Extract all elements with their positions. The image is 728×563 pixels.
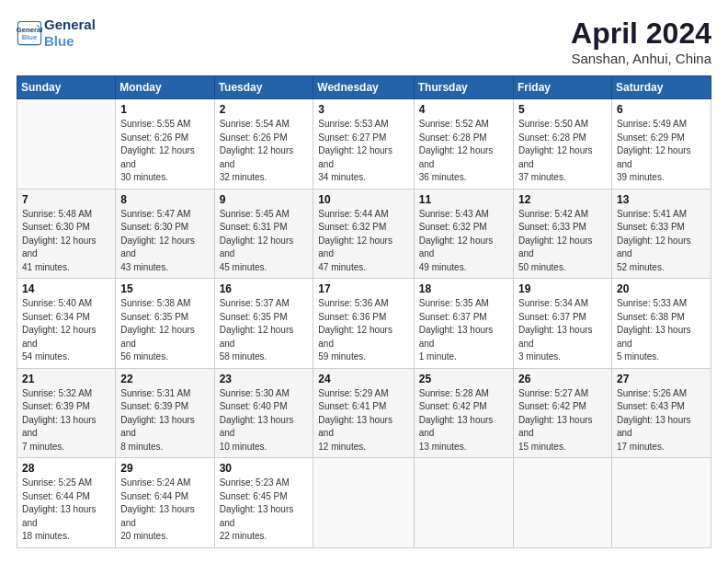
page-header: General Blue General Blue April 2024 San… <box>17 17 711 66</box>
calendar-cell: 13Sunrise: 5:41 AMSunset: 6:33 PMDayligh… <box>611 189 711 279</box>
day-info: Sunrise: 5:44 AMSunset: 6:32 PMDaylight:… <box>318 208 408 275</box>
calendar-cell: 6Sunrise: 5:49 AMSunset: 6:29 PMDaylight… <box>611 99 711 190</box>
day-number: 2 <box>220 103 309 116</box>
weekday-header-friday: Friday <box>513 76 611 99</box>
calendar-cell: 20Sunrise: 5:33 AMSunset: 6:38 PMDayligh… <box>611 279 711 369</box>
day-number: 21 <box>22 373 110 385</box>
calendar-cell: 8Sunrise: 5:47 AMSunset: 6:30 PMDaylight… <box>116 189 214 279</box>
day-number: 28 <box>22 462 110 475</box>
calendar-cell: 1Sunrise: 5:55 AMSunset: 6:26 PMDaylight… <box>116 99 214 190</box>
day-number: 20 <box>617 282 706 295</box>
day-info: Sunrise: 5:49 AMSunset: 6:29 PMDaylight:… <box>617 118 706 185</box>
day-number: 23 <box>220 373 309 385</box>
weekday-header-monday: Monday <box>116 76 214 99</box>
day-info: Sunrise: 5:54 AMSunset: 6:26 PMDaylight:… <box>220 118 309 185</box>
day-number: 11 <box>419 193 508 206</box>
title-section: April 2024 Sanshan, Anhui, China <box>571 17 711 66</box>
day-info: Sunrise: 5:52 AMSunset: 6:28 PMDaylight:… <box>419 118 508 185</box>
calendar-cell: 29Sunrise: 5:24 AMSunset: 6:44 PMDayligh… <box>116 458 214 548</box>
weekday-header-wednesday: Wednesday <box>313 76 414 99</box>
calendar-week-row: 1Sunrise: 5:55 AMSunset: 6:26 PMDaylight… <box>17 99 711 190</box>
calendar-cell: 30Sunrise: 5:23 AMSunset: 6:45 PMDayligh… <box>214 458 313 548</box>
day-number: 25 <box>419 373 508 385</box>
day-number: 27 <box>617 373 706 385</box>
location-subtitle: Sanshan, Anhui, China <box>571 51 711 66</box>
svg-text:Blue: Blue <box>22 33 38 41</box>
day-number: 3 <box>318 103 408 116</box>
day-number: 22 <box>120 373 209 385</box>
calendar-cell: 23Sunrise: 5:30 AMSunset: 6:40 PMDayligh… <box>214 368 313 458</box>
weekday-header-saturday: Saturday <box>611 76 711 99</box>
calendar-cell: 21Sunrise: 5:32 AMSunset: 6:39 PMDayligh… <box>17 368 116 458</box>
calendar-cell: 17Sunrise: 5:36 AMSunset: 6:36 PMDayligh… <box>313 279 414 369</box>
day-number: 15 <box>120 282 209 295</box>
day-info: Sunrise: 5:24 AMSunset: 6:44 PMDaylight:… <box>120 477 209 544</box>
day-info: Sunrise: 5:42 AMSunset: 6:33 PMDaylight:… <box>518 208 607 275</box>
day-number: 7 <box>22 193 110 206</box>
day-number: 12 <box>518 193 607 206</box>
day-number: 14 <box>22 282 110 295</box>
calendar-cell: 7Sunrise: 5:48 AMSunset: 6:30 PMDaylight… <box>17 189 116 279</box>
day-info: Sunrise: 5:33 AMSunset: 6:38 PMDaylight:… <box>617 297 706 364</box>
day-number: 9 <box>220 193 309 206</box>
day-number: 10 <box>318 193 408 206</box>
calendar-cell: 16Sunrise: 5:37 AMSunset: 6:35 PMDayligh… <box>214 279 313 369</box>
calendar-cell <box>17 99 116 190</box>
day-info: Sunrise: 5:31 AMSunset: 6:39 PMDaylight:… <box>120 387 209 454</box>
calendar-cell: 25Sunrise: 5:28 AMSunset: 6:42 PMDayligh… <box>414 368 513 458</box>
day-info: Sunrise: 5:28 AMSunset: 6:42 PMDaylight:… <box>419 387 508 454</box>
day-info: Sunrise: 5:35 AMSunset: 6:37 PMDaylight:… <box>419 297 508 364</box>
weekday-header-sunday: Sunday <box>17 76 116 99</box>
day-number: 8 <box>120 193 209 206</box>
calendar-cell: 12Sunrise: 5:42 AMSunset: 6:33 PMDayligh… <box>513 189 611 279</box>
day-number: 29 <box>120 462 209 475</box>
calendar-cell: 22Sunrise: 5:31 AMSunset: 6:39 PMDayligh… <box>116 368 214 458</box>
day-number: 26 <box>518 373 607 385</box>
calendar-cell: 18Sunrise: 5:35 AMSunset: 6:37 PMDayligh… <box>414 279 513 369</box>
month-title: April 2024 <box>571 17 711 51</box>
logo: General Blue General Blue <box>17 17 96 50</box>
day-info: Sunrise: 5:26 AMSunset: 6:43 PMDaylight:… <box>617 387 706 454</box>
day-number: 18 <box>419 282 508 295</box>
day-info: Sunrise: 5:45 AMSunset: 6:31 PMDaylight:… <box>220 208 309 275</box>
weekday-header-row: SundayMondayTuesdayWednesdayThursdayFrid… <box>17 76 711 99</box>
day-info: Sunrise: 5:25 AMSunset: 6:44 PMDaylight:… <box>22 477 110 544</box>
logo-text-line1: General <box>44 17 96 33</box>
calendar-week-row: 7Sunrise: 5:48 AMSunset: 6:30 PMDaylight… <box>17 189 711 279</box>
calendar-cell: 9Sunrise: 5:45 AMSunset: 6:31 PMDaylight… <box>214 189 313 279</box>
calendar-cell <box>513 458 611 548</box>
day-info: Sunrise: 5:43 AMSunset: 6:32 PMDaylight:… <box>419 208 508 275</box>
calendar-week-row: 21Sunrise: 5:32 AMSunset: 6:39 PMDayligh… <box>17 368 711 458</box>
calendar-page: General Blue General Blue April 2024 San… <box>0 0 728 563</box>
weekday-header-tuesday: Tuesday <box>214 76 313 99</box>
day-info: Sunrise: 5:37 AMSunset: 6:35 PMDaylight:… <box>220 297 309 364</box>
day-info: Sunrise: 5:53 AMSunset: 6:27 PMDaylight:… <box>318 118 408 185</box>
day-info: Sunrise: 5:36 AMSunset: 6:36 PMDaylight:… <box>318 297 408 364</box>
day-number: 6 <box>617 103 706 116</box>
calendar-cell: 26Sunrise: 5:27 AMSunset: 6:42 PMDayligh… <box>513 368 611 458</box>
day-info: Sunrise: 5:55 AMSunset: 6:26 PMDaylight:… <box>120 118 209 185</box>
day-info: Sunrise: 5:41 AMSunset: 6:33 PMDaylight:… <box>617 208 706 275</box>
calendar-cell: 2Sunrise: 5:54 AMSunset: 6:26 PMDaylight… <box>214 99 313 190</box>
day-info: Sunrise: 5:38 AMSunset: 6:35 PMDaylight:… <box>120 297 209 364</box>
calendar-week-row: 28Sunrise: 5:25 AMSunset: 6:44 PMDayligh… <box>17 458 711 548</box>
day-info: Sunrise: 5:27 AMSunset: 6:42 PMDaylight:… <box>518 387 607 454</box>
day-number: 13 <box>617 193 706 206</box>
calendar-cell: 14Sunrise: 5:40 AMSunset: 6:34 PMDayligh… <box>17 279 116 369</box>
day-number: 1 <box>120 103 209 116</box>
calendar-cell <box>313 458 414 548</box>
calendar-week-row: 14Sunrise: 5:40 AMSunset: 6:34 PMDayligh… <box>17 279 711 369</box>
day-info: Sunrise: 5:32 AMSunset: 6:39 PMDaylight:… <box>22 387 110 454</box>
day-info: Sunrise: 5:23 AMSunset: 6:45 PMDaylight:… <box>220 477 309 544</box>
weekday-header-thursday: Thursday <box>414 76 513 99</box>
day-info: Sunrise: 5:29 AMSunset: 6:41 PMDaylight:… <box>318 387 408 454</box>
day-info: Sunrise: 5:40 AMSunset: 6:34 PMDaylight:… <box>22 297 110 364</box>
calendar-cell <box>611 458 711 548</box>
calendar-cell: 3Sunrise: 5:53 AMSunset: 6:27 PMDaylight… <box>313 99 414 190</box>
day-info: Sunrise: 5:47 AMSunset: 6:30 PMDaylight:… <box>120 208 209 275</box>
day-info: Sunrise: 5:30 AMSunset: 6:40 PMDaylight:… <box>220 387 309 454</box>
day-info: Sunrise: 5:34 AMSunset: 6:37 PMDaylight:… <box>518 297 607 364</box>
day-info: Sunrise: 5:50 AMSunset: 6:28 PMDaylight:… <box>518 118 607 185</box>
logo-icon: General Blue <box>17 20 42 46</box>
day-number: 5 <box>518 103 607 116</box>
